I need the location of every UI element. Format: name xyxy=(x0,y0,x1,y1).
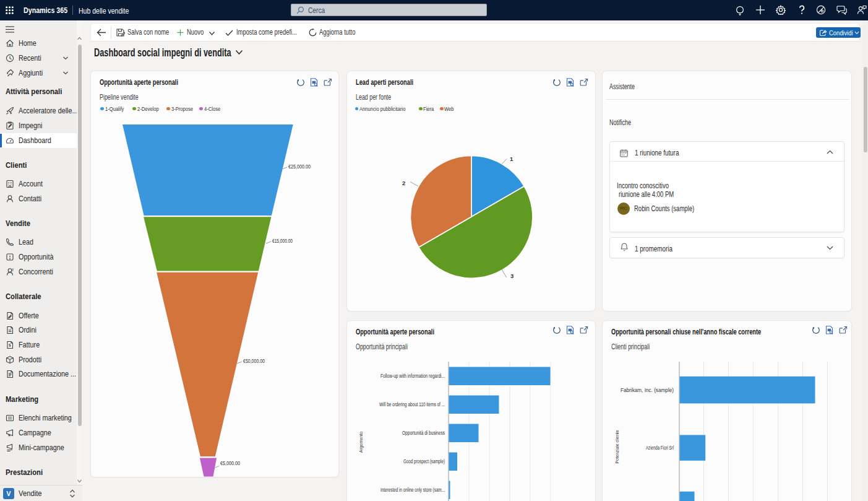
svg-text:Opportunità di business: Opportunità di business xyxy=(402,430,445,436)
svg-text:Good prospect (sample): Good prospect (sample) xyxy=(403,458,445,464)
svg-text:Argomento: Argomento xyxy=(358,432,364,453)
svg-text:€50,000.00: €50,000.00 xyxy=(243,357,265,364)
svg-text:Interested in online only stor: Interested in online only store (sam... xyxy=(380,487,445,493)
svg-text:Follow-up with information reg: Follow-up with information regardi... xyxy=(380,373,445,379)
svg-text:€15,000.00: €15,000.00 xyxy=(272,237,293,244)
svg-text:€5,000.00: €5,000.00 xyxy=(220,460,240,466)
svg-text:3: 3 xyxy=(510,272,513,279)
svg-text:Fabrikam, Inc. (sample): Fabrikam, Inc. (sample) xyxy=(621,387,674,393)
svg-text:€25,000.00: €25,000.00 xyxy=(288,163,311,170)
svg-text:2: 2 xyxy=(402,180,405,186)
svg-text:Azienda Fiori Srl: Azienda Fiori Srl xyxy=(646,445,674,451)
svg-text:Will be ordering about 110 ite: Will be ordering about 110 items of ... xyxy=(379,401,445,407)
svg-text:1: 1 xyxy=(510,155,513,162)
svg-text:Potenziale cliente: Potenziale cliente xyxy=(614,430,620,464)
